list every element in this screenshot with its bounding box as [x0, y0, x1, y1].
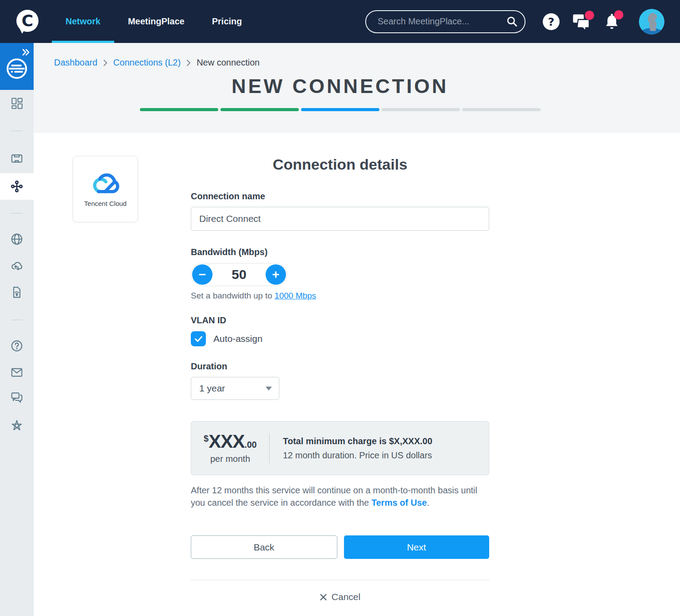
- messages-badge: [585, 11, 594, 20]
- cloud-exchange-icon: [11, 260, 23, 272]
- bandwidth-decrease-button[interactable]: [192, 264, 212, 285]
- form-heading: Connection details: [191, 156, 489, 173]
- price-total-block: Total minimum charge is $X,XXX.00 12 mon…: [270, 436, 433, 461]
- price-currency: $: [204, 434, 209, 443]
- page-header: Dashboard Connections (L2) New connectio…: [34, 43, 680, 133]
- bandwidth-helper: Set a bandwidth up to 1000 Mbps: [191, 291, 489, 301]
- notifications-button[interactable]: [604, 13, 619, 30]
- bandwidth-helper-text: Set a bandwidth up to: [191, 291, 274, 300]
- messages-button[interactable]: [572, 14, 590, 30]
- check-icon: [194, 336, 203, 342]
- disclaimer-text: After 12 months this service will contin…: [191, 485, 477, 508]
- top-navbar: C NetworkMeetingPlacePricing ?: [0, 0, 680, 43]
- nav-tab-meetingplace[interactable]: MeetingPlace: [114, 0, 198, 43]
- expand-sidebar-icon[interactable]: [22, 49, 30, 58]
- plus-icon: [272, 271, 280, 279]
- breadcrumb-current: New connection: [197, 58, 259, 68]
- search-icon[interactable]: [506, 16, 518, 27]
- progress-step-done: [220, 108, 299, 111]
- breadcrumb-dashboard[interactable]: Dashboard: [54, 58, 97, 68]
- bandwidth-max-link[interactable]: 1000 Mbps: [274, 291, 316, 300]
- next-button[interactable]: Next: [344, 535, 490, 559]
- close-icon: [320, 593, 327, 601]
- console-connect-logo[interactable]: C: [15, 9, 39, 34]
- sidebar-item-iot-sim[interactable]: [0, 280, 34, 305]
- mail-icon: [11, 366, 23, 379]
- connection-form: Connection details Connection name Bandw…: [191, 133, 489, 602]
- cancel-divider: [191, 580, 489, 580]
- sidebar-item-dashboard[interactable]: [0, 91, 34, 116]
- price-cents: .00: [244, 440, 257, 449]
- auto-assign-checkbox[interactable]: [191, 331, 206, 346]
- price-total: Total minimum charge is $X,XXX.00: [283, 436, 433, 446]
- price-monthly: $XXX.00 per month: [191, 432, 269, 464]
- nav-tab-pricing[interactable]: Pricing: [198, 0, 256, 43]
- sidebar-divider: [11, 131, 23, 131]
- chevron-right-icon: [186, 59, 191, 66]
- help-circle-icon: [11, 340, 23, 352]
- sidebar-item-help[interactable]: [0, 333, 34, 358]
- logo-icon: C: [15, 9, 39, 34]
- dashboard-icon: [11, 97, 23, 109]
- chevron-right-icon: [103, 59, 108, 66]
- sidebar-logo[interactable]: [0, 43, 34, 90]
- bandwidth-increase-button[interactable]: [266, 264, 286, 285]
- sidebar-item-internet[interactable]: [0, 227, 34, 252]
- duration-value: 1 year: [199, 383, 225, 394]
- bandwidth-value: 50: [232, 267, 246, 282]
- user-avatar[interactable]: [639, 9, 665, 35]
- connection-name-input[interactable]: [191, 207, 489, 231]
- price-summary: $XXX.00 per month Total minimum charge i…: [191, 421, 489, 475]
- form-actions: Back Next: [191, 535, 489, 559]
- avatar-image: [639, 9, 665, 35]
- chevron-down-icon: [266, 387, 272, 391]
- search-box[interactable]: [365, 10, 525, 33]
- price-per-month: per month: [191, 454, 269, 464]
- sidebar-item-referrals[interactable]: [0, 413, 34, 438]
- nav-tabs: NetworkMeetingPlacePricing: [52, 0, 256, 43]
- provider-card: Tencent Cloud: [73, 156, 138, 222]
- svg-text:C: C: [22, 12, 33, 30]
- breadcrumb: Dashboard Connections (L2) New connectio…: [34, 58, 680, 68]
- globe-icon: [11, 233, 23, 245]
- page-title: NEW CONNECTION: [34, 75, 680, 98]
- chat-bubbles-icon: [11, 391, 23, 403]
- progress-bar: [140, 108, 541, 111]
- help-icon: ?: [542, 13, 560, 31]
- provider-name: Tencent Cloud: [84, 200, 127, 207]
- nav-tab-network[interactable]: Network: [52, 0, 114, 43]
- star-network-icon: [11, 419, 23, 432]
- main-area: Dashboard Connections (L2) New connectio…: [34, 43, 680, 616]
- progress-step-current: [301, 108, 379, 111]
- back-button[interactable]: Back: [191, 535, 337, 559]
- tencent-cloud-logo-icon: [88, 171, 123, 197]
- sidebar-item-connections[interactable]: [0, 173, 34, 200]
- sidebar-item-cloud-exchange[interactable]: [0, 253, 34, 278]
- terms-disclaimer: After 12 months this service will contin…: [191, 484, 489, 509]
- help-button[interactable]: ?: [542, 13, 560, 31]
- sidebar-item-chat[interactable]: [0, 385, 34, 410]
- terms-of-use-link[interactable]: Terms of Use: [371, 498, 427, 508]
- connections-icon: [11, 180, 23, 193]
- duration-select[interactable]: 1 year: [191, 377, 279, 400]
- progress-step-todo: [462, 108, 541, 111]
- sim-card-icon: [11, 286, 23, 298]
- sidebar-item-ports[interactable]: [0, 146, 34, 171]
- sidebar-item-mail[interactable]: [0, 360, 34, 385]
- duration-label: Duration: [191, 361, 489, 372]
- vlan-label: VLAN ID: [191, 315, 489, 325]
- cancel-button[interactable]: Cancel: [191, 592, 489, 602]
- port-icon: [11, 152, 23, 165]
- search-input[interactable]: [377, 16, 506, 27]
- sidebar-divider: [11, 320, 23, 320]
- cancel-label: Cancel: [332, 592, 360, 602]
- connection-name-label: Connection name: [191, 191, 489, 201]
- auto-assign-label: Auto-assign: [213, 333, 263, 344]
- price-amount: XXX: [209, 431, 244, 452]
- bandwidth-stepper: 50: [191, 263, 287, 286]
- left-sidebar: [0, 43, 34, 616]
- breadcrumb-connections[interactable]: Connections (L2): [113, 58, 181, 68]
- network-globe-icon: [6, 58, 28, 81]
- svg-text:?: ?: [548, 15, 555, 28]
- progress-step-done: [140, 108, 218, 111]
